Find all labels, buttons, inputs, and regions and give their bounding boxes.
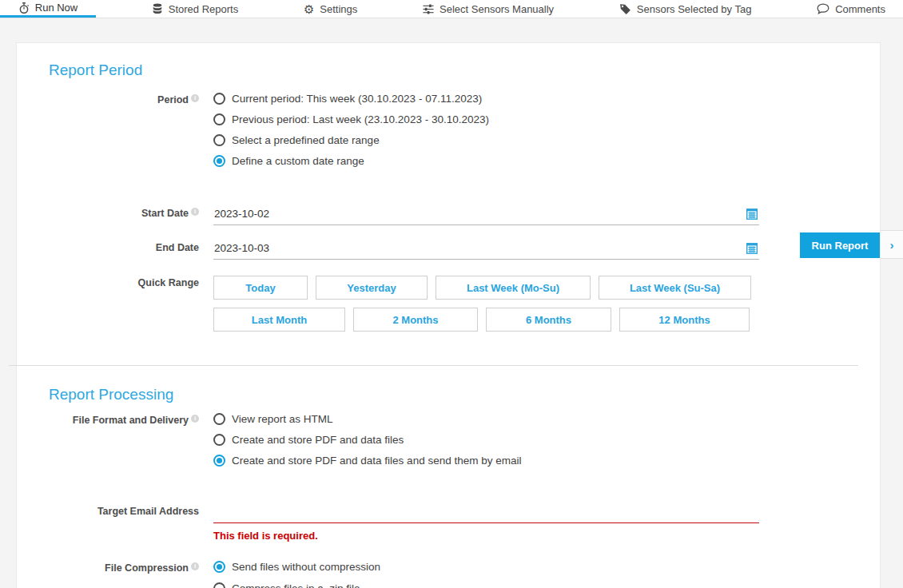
file-format-option-html[interactable]: View report as HTML bbox=[213, 413, 759, 425]
quick-range-last-week-mo-su-button[interactable]: Last Week (Mo-Su) bbox=[436, 276, 591, 300]
tab-label: Stored Reports bbox=[169, 3, 238, 15]
tab-label: Settings bbox=[320, 3, 357, 15]
period-options: Current period: This week (30.10.2023 - … bbox=[213, 93, 759, 176]
chevron-right-icon: › bbox=[890, 238, 894, 252]
radio-option-label: Create and store PDF and data files and … bbox=[232, 455, 521, 467]
sliders-icon bbox=[423, 3, 434, 15]
quick-range-last-month-button[interactable]: Last Month bbox=[213, 308, 345, 332]
end-date-row: End Date bbox=[49, 240, 880, 260]
period-row: Periodi Current period: This week (30.10… bbox=[49, 93, 880, 176]
tab-run-now[interactable]: Run Now bbox=[0, 0, 96, 18]
compression-option-none[interactable]: Send files without compression bbox=[213, 561, 759, 573]
quick-range-today-button[interactable]: Today bbox=[213, 276, 308, 300]
period-option-previous[interactable]: Previous period: Last week (23.10.2023 -… bbox=[213, 113, 759, 125]
end-date-input[interactable] bbox=[213, 240, 759, 260]
radio-option-label: Current period: This week (30.10.2023 - … bbox=[232, 93, 482, 105]
file-format-option-pdf-email[interactable]: Create and store PDF and data files and … bbox=[213, 455, 759, 467]
quick-range-2-months-button[interactable]: 2 Months bbox=[353, 308, 478, 332]
gear-icon: ⚙ bbox=[304, 3, 314, 15]
radio-button[interactable] bbox=[213, 93, 225, 105]
period-option-predefined[interactable]: Select a predefined date range bbox=[213, 134, 759, 146]
quick-range-6-months-button[interactable]: 6 Months bbox=[486, 308, 611, 332]
calendar-icon[interactable] bbox=[746, 208, 758, 222]
radio-option-label: Send files without compression bbox=[232, 561, 380, 573]
quick-range-last-week-su-sa-button[interactable]: Last Week (Su-Sa) bbox=[599, 276, 751, 300]
info-icon[interactable]: i bbox=[191, 94, 199, 102]
tab-comments[interactable]: Comments bbox=[807, 0, 895, 18]
radio-button[interactable] bbox=[213, 582, 225, 588]
tab-stored-reports[interactable]: Stored Reports bbox=[142, 0, 248, 18]
quick-range-12-months-button[interactable]: 12 Months bbox=[619, 308, 750, 332]
file-format-options: View report as HTML Create and store PDF… bbox=[213, 413, 759, 475]
file-format-row: File Format and Deliveryi View report as… bbox=[49, 413, 880, 475]
radio-button[interactable] bbox=[213, 413, 225, 425]
run-report-button[interactable]: Run Report bbox=[800, 232, 880, 258]
radio-option-label: View report as HTML bbox=[232, 413, 333, 425]
tab-bar: Run Now Stored Reports ⚙ Settings bbox=[0, 0, 903, 18]
file-compression-label: File Compressioni bbox=[49, 561, 199, 574]
tab-label: Comments bbox=[835, 3, 885, 15]
radio-option-label: Create and store PDF and data files bbox=[232, 434, 404, 446]
start-date-label: Start Datei bbox=[49, 206, 199, 225]
tag-icon bbox=[619, 3, 631, 15]
radio-button[interactable] bbox=[213, 434, 225, 446]
comment-icon bbox=[817, 3, 829, 14]
period-option-current[interactable]: Current period: This week (30.10.2023 - … bbox=[213, 93, 759, 105]
info-icon[interactable]: i bbox=[191, 562, 199, 570]
radio-option-label: Compress files in a .zip file bbox=[232, 582, 360, 588]
radio-button[interactable] bbox=[213, 134, 225, 146]
radio-option-label: Define a custom date range bbox=[232, 155, 364, 167]
panel-expand-handle[interactable]: › bbox=[881, 230, 903, 259]
period-option-custom[interactable]: Define a custom date range bbox=[213, 155, 759, 167]
tab-label: Run Now bbox=[35, 2, 78, 14]
quick-range-row: Quick Range Today Yesterday Last Week (M… bbox=[49, 276, 880, 340]
info-icon[interactable]: i bbox=[191, 415, 199, 423]
radio-button[interactable] bbox=[213, 561, 225, 573]
quick-range-label: Quick Range bbox=[49, 276, 199, 288]
file-format-option-pdf-store[interactable]: Create and store PDF and data files bbox=[213, 434, 759, 446]
target-email-row: Target Email Address This field is requi… bbox=[49, 504, 880, 542]
tab-select-sensors-manually[interactable]: Select Sensors Manually bbox=[413, 0, 563, 18]
tab-settings[interactable]: ⚙ Settings bbox=[294, 0, 367, 18]
radio-button[interactable] bbox=[213, 455, 225, 467]
report-settings-card: Report Period Periodi Current period: Th… bbox=[16, 42, 881, 588]
stopwatch-icon bbox=[18, 2, 30, 14]
report-processing-title: Report Processing bbox=[49, 386, 880, 403]
section-divider bbox=[9, 365, 858, 366]
file-compression-row: File Compressioni Send files without com… bbox=[49, 561, 880, 588]
tab-sensors-selected-by-tag[interactable]: Sensors Selected by Tag bbox=[610, 0, 762, 18]
start-date-row: Start Datei bbox=[49, 206, 880, 225]
radio-button[interactable] bbox=[213, 113, 225, 125]
info-icon[interactable]: i bbox=[191, 208, 199, 216]
target-email-error: This field is required. bbox=[213, 530, 759, 542]
calendar-icon[interactable] bbox=[746, 242, 758, 256]
file-format-label: File Format and Deliveryi bbox=[49, 413, 199, 426]
database-icon bbox=[152, 3, 163, 15]
end-date-label: End Date bbox=[49, 240, 199, 260]
target-email-label: Target Email Address bbox=[49, 504, 199, 542]
start-date-input[interactable] bbox=[213, 206, 759, 225]
radio-button[interactable] bbox=[213, 155, 225, 167]
report-period-title: Report Period bbox=[49, 62, 880, 79]
radio-option-label: Select a predefined date range bbox=[232, 134, 380, 146]
tab-label: Select Sensors Manually bbox=[440, 3, 554, 15]
target-email-input[interactable] bbox=[213, 504, 759, 523]
file-compression-options: Send files without compression Compress … bbox=[213, 561, 759, 588]
radio-option-label: Previous period: Last week (23.10.2023 -… bbox=[232, 113, 489, 125]
quick-range-yesterday-button[interactable]: Yesterday bbox=[316, 276, 428, 300]
compression-option-zip[interactable]: Compress files in a .zip file bbox=[213, 582, 759, 588]
period-label: Periodi bbox=[49, 93, 199, 105]
tab-label: Sensors Selected by Tag bbox=[637, 3, 752, 15]
